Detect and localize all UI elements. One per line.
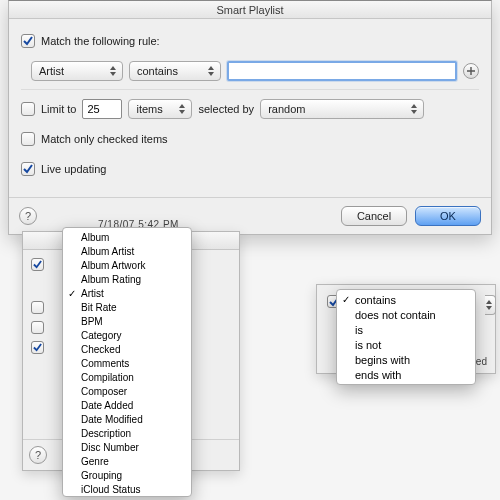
live-updating-row: Live updating [21, 157, 479, 181]
ok-button[interactable]: OK [415, 206, 481, 226]
operator-menu-item[interactable]: ends with [337, 367, 475, 382]
rule-row: Artist contains [31, 59, 479, 83]
menu-item-label: Genre [81, 456, 109, 467]
field-menu-item[interactable]: Checked [63, 342, 191, 356]
limit-units-value: items [136, 103, 162, 115]
live-updating-checkbox[interactable] [21, 162, 35, 176]
operator-menu-item[interactable]: begins with [337, 352, 475, 367]
check-icon: ✓ [342, 294, 350, 305]
operator-menu-item[interactable]: is not [337, 337, 475, 352]
menu-item-label: Compilation [81, 372, 134, 383]
field-menu-item[interactable]: Comments [63, 356, 191, 370]
operator-menu-item[interactable]: is [337, 322, 475, 337]
selected-by-select[interactable]: random [260, 99, 424, 119]
limit-checkbox[interactable] [21, 102, 35, 116]
cancel-button[interactable]: Cancel [341, 206, 407, 226]
field-menu-item[interactable]: iCloud Status [63, 482, 191, 496]
rule-field-select[interactable]: Artist [31, 61, 123, 81]
menu-item-label: Album Artist [81, 246, 134, 257]
field-menu-item[interactable]: Genre [63, 454, 191, 468]
menu-item-label: Artist [81, 288, 104, 299]
operator-menu-item[interactable]: does not contain [337, 307, 475, 322]
checked-items-checkbox[interactable] [21, 132, 35, 146]
bg-cb2 [31, 301, 44, 314]
menu-item-label: Description [81, 428, 131, 439]
menu-item-label: Album Artwork [81, 260, 145, 271]
match-rule-row: Match the following rule: [21, 29, 479, 53]
menu-item-label: is [355, 324, 363, 336]
rule-field-value: Artist [39, 65, 64, 77]
menu-item-label: Bit Rate [81, 302, 117, 313]
smart-playlist-dialog: Smart Playlist Match the following rule:… [8, 0, 492, 235]
field-menu-item[interactable]: Album Artwork [63, 258, 191, 272]
dialog-titlebar: Smart Playlist [9, 1, 491, 19]
menu-item-label: Album Rating [81, 274, 141, 285]
field-menu-item[interactable]: Disc Number [63, 440, 191, 454]
field-menu-item[interactable]: Grouping [63, 468, 191, 482]
field-menu-item[interactable]: Album [63, 230, 191, 244]
selected-by-value: random [268, 103, 305, 115]
limit-value-input[interactable] [82, 99, 122, 119]
checked-items-label: Match only checked items [41, 133, 168, 145]
bg-cb4 [31, 341, 44, 354]
live-updating-label: Live updating [41, 163, 106, 175]
menu-item-label: begins with [355, 354, 410, 366]
menu-item-label: BPM [81, 316, 103, 327]
menu-item-label: Category [81, 330, 122, 341]
field-menu-item[interactable]: Album Rating [63, 272, 191, 286]
menu-item-label: is not [355, 339, 381, 351]
field-menu-item[interactable]: Date Added [63, 398, 191, 412]
field-menu-item[interactable]: Album Artist [63, 244, 191, 258]
menu-item-label: Disc Number [81, 442, 139, 453]
add-rule-button[interactable] [463, 63, 479, 79]
field-menu-item[interactable]: ✓Artist [63, 286, 191, 300]
menu-item-label: contains [355, 294, 396, 306]
limit-row: Limit to items selected by random [21, 97, 479, 121]
menu-item-label: Composer [81, 386, 127, 397]
match-rule-checkbox[interactable] [21, 34, 35, 48]
check-icon [23, 36, 33, 46]
menu-item-label: Checked [81, 344, 120, 355]
menu-item-label: Comments [81, 358, 129, 369]
field-menu-item[interactable]: Category [63, 328, 191, 342]
help-button[interactable]: ? [19, 207, 37, 225]
menu-item-label: iCloud Status [81, 484, 140, 495]
limit-units-select[interactable]: items [128, 99, 192, 119]
bg-cb3 [31, 321, 44, 334]
menu-item-label: Grouping [81, 470, 122, 481]
selected-by-label: selected by [198, 103, 254, 115]
rule-operator-select[interactable]: contains [129, 61, 221, 81]
field-menu-item[interactable]: Description [63, 426, 191, 440]
bg-match-checkbox [31, 258, 44, 271]
bg-help: ? [29, 446, 47, 464]
field-menu-item[interactable]: Date Modified [63, 412, 191, 426]
field-menu-item[interactable]: Bit Rate [63, 300, 191, 314]
bg-right-select-end [485, 295, 496, 315]
menu-item-label: ends with [355, 369, 401, 381]
field-menu-item[interactable]: Compilation [63, 370, 191, 384]
field-menu-item[interactable]: Composer [63, 384, 191, 398]
menu-item-label: Album [81, 232, 109, 243]
rule-value-input[interactable] [227, 61, 457, 81]
menu-item-label: Date Modified [81, 414, 143, 425]
menu-item-label: Date Added [81, 400, 133, 411]
field-menu-item[interactable]: BPM [63, 314, 191, 328]
checked-items-row: Match only checked items [21, 127, 479, 151]
menu-item-label: does not contain [355, 309, 436, 321]
check-icon: ✓ [68, 288, 76, 299]
rule-operator-value: contains [137, 65, 178, 77]
operator-dropdown-menu[interactable]: ✓containsdoes not containisis notbegins … [336, 289, 476, 385]
check-icon [23, 164, 33, 174]
field-dropdown-menu[interactable]: AlbumAlbum ArtistAlbum ArtworkAlbum Rati… [62, 227, 192, 497]
plus-icon [466, 66, 476, 76]
limit-label: Limit to [41, 103, 76, 115]
operator-menu-item[interactable]: ✓contains [337, 292, 475, 307]
match-rule-label: Match the following rule: [41, 35, 160, 47]
